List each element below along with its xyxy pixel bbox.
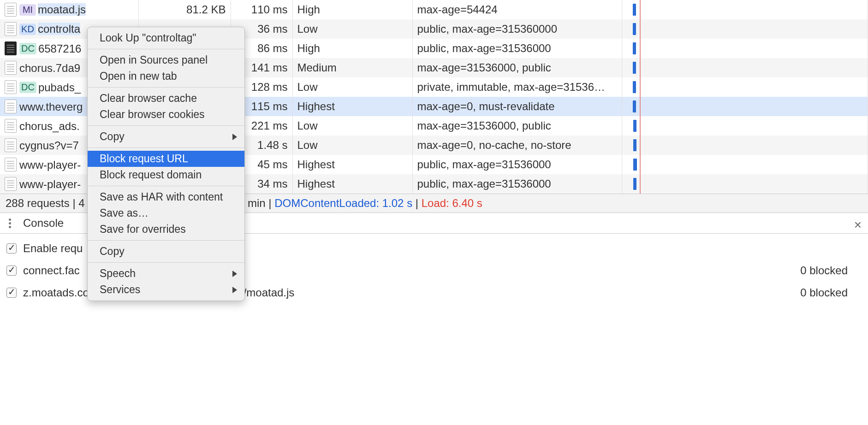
pattern-checkbox[interactable] xyxy=(6,266,17,276)
waterfall-marker xyxy=(640,39,641,58)
waterfall-bar xyxy=(633,23,636,35)
file-icon xyxy=(5,3,17,17)
menu-separator xyxy=(88,186,244,186)
pattern-url: connect.fac xyxy=(23,264,80,277)
cell-cache-control: private, immutable, max-age=31536… xyxy=(412,77,622,97)
waterfall-bar xyxy=(633,42,636,54)
menu-save-har[interactable]: Save as HAR with content xyxy=(88,189,244,205)
waterfall-marker xyxy=(640,77,641,97)
cell-waterfall xyxy=(622,155,868,174)
cell-priority: Low xyxy=(292,77,412,97)
cell-waterfall xyxy=(622,58,868,77)
waterfall-bar xyxy=(633,139,636,151)
network-row[interactable]: MImoatad.js81.2 KB110 msHighmax-age=5442… xyxy=(0,0,868,19)
enable-blocking-checkbox[interactable] xyxy=(6,243,17,254)
cell-cache-control: public, max-age=315360000 xyxy=(412,19,622,39)
file-icon xyxy=(5,119,17,133)
cell-priority: Medium xyxy=(292,58,412,77)
waterfall-marker xyxy=(640,58,641,77)
menu-speech[interactable]: Speech xyxy=(88,266,244,282)
cell-waterfall xyxy=(622,77,868,97)
menu-separator xyxy=(88,240,244,241)
menu-save-as[interactable]: Save as… xyxy=(88,205,244,221)
menu-services[interactable]: Services xyxy=(88,282,244,298)
enable-blocking-label: Enable requ xyxy=(23,242,83,255)
cell-cache-control: max-age=31536000, public xyxy=(412,116,622,136)
file-name: chorus_ads. xyxy=(19,119,80,132)
cell-priority: Low xyxy=(292,136,412,155)
cell-waterfall xyxy=(622,19,868,39)
file-icon xyxy=(5,138,17,152)
cell-priority: Highest xyxy=(292,155,412,174)
file-name: chorus.7da9 xyxy=(19,61,80,74)
cell-priority: Highest xyxy=(292,174,412,194)
menu-copy[interactable]: Copy xyxy=(88,129,244,145)
cell-priority: Low xyxy=(292,19,412,39)
file-icon xyxy=(5,100,17,113)
initiator-badge: DC xyxy=(19,43,36,54)
initiator-badge: KD xyxy=(19,24,36,35)
summary-dom-content-loaded: DOMContentLoaded: 1.02 s xyxy=(274,197,412,209)
menu-open-sources[interactable]: Open in Sources panel xyxy=(88,52,244,68)
menu-save-overrides[interactable]: Save for overrides xyxy=(88,221,244,237)
menu-separator xyxy=(88,49,244,49)
waterfall-marker xyxy=(640,136,641,155)
file-icon xyxy=(5,80,17,94)
waterfall-marker xyxy=(640,174,641,194)
menu-copy-2[interactable]: Copy xyxy=(88,243,244,260)
cell-cache-control: max-age=0, no-cache, no-store xyxy=(412,136,622,155)
cell-cache-control: public, max-age=31536000 xyxy=(412,39,622,58)
file-icon xyxy=(5,22,17,36)
menu-open-tab[interactable]: Open in new tab xyxy=(88,68,244,84)
file-name: www.theverg xyxy=(19,100,83,112)
cell-waterfall xyxy=(622,174,868,194)
waterfall-bar xyxy=(633,4,636,16)
file-name: 6587216 xyxy=(38,42,81,54)
initiator-badge: MI xyxy=(19,4,36,16)
cell-priority: High xyxy=(292,0,412,19)
waterfall-marker xyxy=(640,97,641,116)
file-icon xyxy=(5,41,17,55)
blocked-count: 0 blocked xyxy=(800,264,862,277)
cell-time: 110 ms xyxy=(231,0,292,19)
file-name: controlta xyxy=(38,23,80,35)
cell-waterfall xyxy=(622,0,868,19)
menu-separator xyxy=(88,148,244,148)
pattern-checkbox[interactable] xyxy=(6,288,17,298)
file-name: www-player- xyxy=(19,158,81,171)
cell-cache-control: public, max-age=31536000 xyxy=(412,155,622,174)
cell-waterfall xyxy=(622,116,868,136)
cell-priority: Low xyxy=(292,116,412,136)
summary-load: Load: 6.40 s xyxy=(422,197,482,209)
summary-sep: | xyxy=(416,197,422,209)
waterfall-marker xyxy=(640,19,641,39)
menu-block-url[interactable]: Block request URL xyxy=(88,151,244,167)
menu-block-domain[interactable]: Block request domain xyxy=(88,167,244,183)
file-name: pubads_ xyxy=(38,81,81,93)
file-icon xyxy=(5,177,17,191)
file-name: moatad.js xyxy=(38,3,86,16)
cell-cache-control: max-age=54424 xyxy=(412,0,622,19)
cell-priority: Highest xyxy=(292,97,412,116)
waterfall-bar xyxy=(633,120,636,132)
summary-mid: min | xyxy=(248,197,274,209)
initiator-badge: DC xyxy=(19,82,36,93)
cell-cache-control: public, max-age=31536000 xyxy=(412,174,622,194)
menu-lookup[interactable]: Look Up "controltag" xyxy=(88,30,244,46)
kebab-icon[interactable] xyxy=(5,218,15,228)
cell-cache-control: max-age=31536000, public xyxy=(412,58,622,77)
menu-clear-cookies[interactable]: Clear browser cookies xyxy=(88,106,244,123)
tab-console[interactable]: Console xyxy=(23,217,64,230)
menu-separator xyxy=(88,87,244,88)
menu-clear-cache[interactable]: Clear browser cache xyxy=(88,90,244,106)
cell-waterfall xyxy=(622,136,868,155)
file-name: cygnus?v=7 xyxy=(19,139,79,151)
context-menu: Look Up "controltag" Open in Sources pan… xyxy=(87,27,245,301)
cell-waterfall xyxy=(622,39,868,58)
waterfall-bar xyxy=(633,159,637,171)
waterfall-marker xyxy=(640,0,641,19)
close-icon[interactable]: × xyxy=(854,218,862,232)
cell-priority: High xyxy=(292,39,412,58)
file-icon xyxy=(5,61,17,75)
waterfall-bar xyxy=(633,62,636,74)
